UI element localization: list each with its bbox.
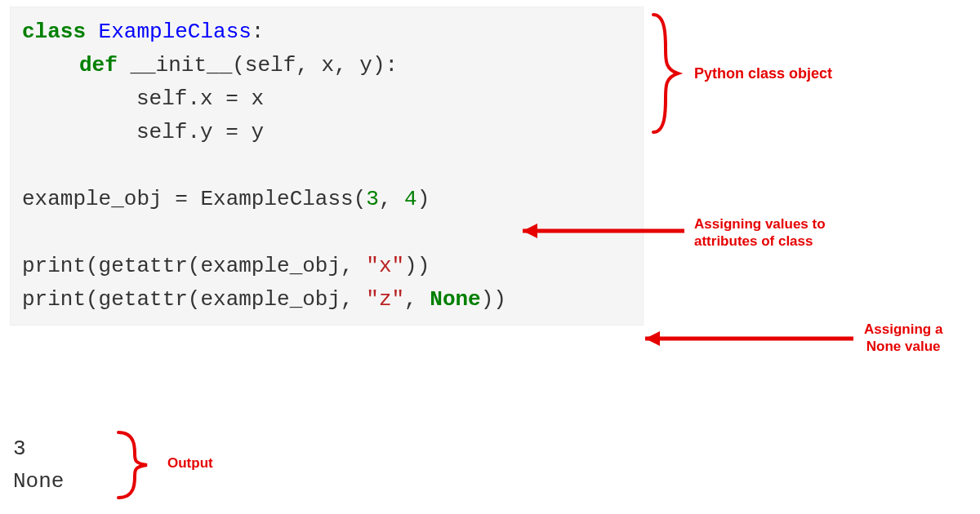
code-line-3: self.x = x [22, 82, 631, 116]
comma: , [404, 287, 430, 312]
print-call: print(getattr(example_obj, [22, 287, 366, 312]
comma: , [379, 187, 404, 211]
code-block: class ExampleClass: def __init__(self, x… [10, 7, 644, 326]
code-line-2: def __init__(self, x, y): [22, 49, 631, 82]
keyword-class: class [22, 20, 86, 44]
assign-text: example_obj = ExampleClass( [22, 187, 366, 211]
brace-icon [118, 432, 147, 498]
end-parens: )) [404, 254, 430, 278]
method-name: __init__ [118, 53, 232, 78]
colon: : [252, 20, 265, 44]
arrow-head-icon [645, 331, 660, 346]
output-block: 3 None [13, 432, 64, 498]
annotation-line: attributes of class [694, 233, 826, 250]
annotation-assigning-values: Assigning values to attributes of class [694, 215, 826, 250]
params: (self, x, y): [232, 53, 398, 78]
output-line-1: 3 [13, 432, 64, 465]
code-line-8: print(getattr(example_obj, "x")) [22, 250, 631, 283]
code-line-4: self.y = y [22, 116, 631, 149]
brace-icon [653, 15, 678, 132]
keyword-def: def [79, 53, 118, 78]
output-line-2: None [13, 465, 64, 498]
num-literal: 3 [366, 187, 379, 211]
code-line-blank2 [22, 216, 631, 250]
code-line-1: class ExampleClass: [22, 16, 631, 49]
code-line-blank1 [22, 149, 631, 183]
annotation-line: None value [864, 338, 942, 355]
code-line-6: example_obj = ExampleClass(3, 4) [22, 183, 631, 216]
annotation-line: Assigning values to [694, 215, 826, 233]
annotation-class-object: Python class object [694, 65, 832, 82]
print-call: print(getattr(example_obj, [22, 254, 366, 278]
code-line-9: print(getattr(example_obj, "z", None)) [22, 283, 631, 317]
string-literal: "z" [366, 287, 404, 312]
string-literal: "x" [366, 254, 404, 278]
num-literal: 4 [404, 187, 417, 211]
close-paren: ) [417, 187, 430, 211]
annotation-line: Assigning a [864, 321, 942, 338]
class-name: ExampleClass [86, 20, 252, 44]
none-literal: None [430, 287, 480, 312]
end-parens: )) [481, 287, 506, 312]
annotation-none-value: Assigning a None value [864, 321, 942, 355]
annotation-output: Output [167, 455, 213, 472]
